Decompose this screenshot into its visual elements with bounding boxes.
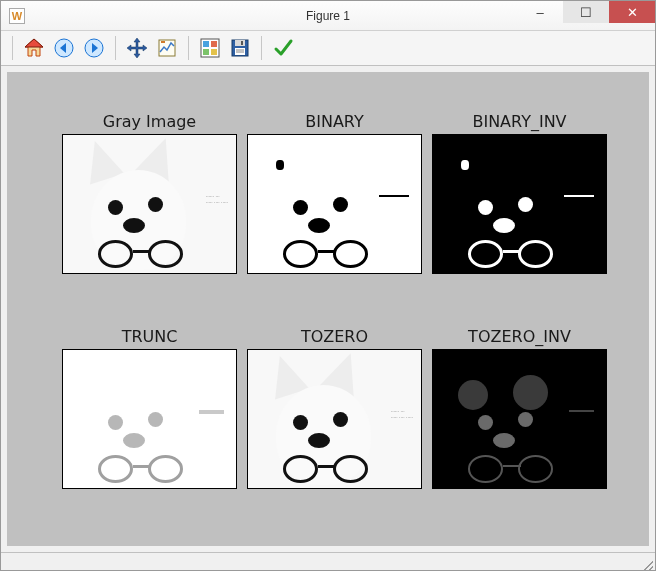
checkmark-icon xyxy=(272,37,294,59)
toolbar-divider xyxy=(188,36,189,60)
subplot: BINARY_INV xyxy=(432,112,607,274)
toolbar-divider xyxy=(115,36,116,60)
svg-rect-11 xyxy=(211,41,217,47)
svg-rect-10 xyxy=(203,41,209,47)
home-button[interactable] xyxy=(20,34,48,62)
resize-grip-icon[interactable] xyxy=(641,558,653,570)
subplots-icon xyxy=(199,37,221,59)
subplot: BINARY xyxy=(247,112,422,274)
svg-rect-16 xyxy=(241,41,243,45)
save-button[interactable] xyxy=(226,34,254,62)
subplot-image xyxy=(432,349,607,489)
home-icon xyxy=(23,37,45,59)
toolbar xyxy=(1,31,655,66)
pan-button[interactable] xyxy=(123,34,151,62)
zoom-button[interactable] xyxy=(153,34,181,62)
window-controls: – ☐ ✕ xyxy=(517,1,655,23)
maximize-button[interactable]: ☐ xyxy=(563,1,609,23)
configure-subplots-button[interactable] xyxy=(196,34,224,62)
subplot: TOZERO ······ ········ ···· ····· xyxy=(247,327,422,489)
svg-rect-13 xyxy=(211,49,217,55)
status-bar xyxy=(1,552,655,571)
figure-background: Gray Image ······ ········ ···· ····· BI… xyxy=(7,72,649,546)
close-button[interactable]: ✕ xyxy=(609,1,655,23)
save-icon xyxy=(229,37,251,59)
forward-icon xyxy=(83,37,105,59)
back-icon xyxy=(53,37,75,59)
edit-button[interactable] xyxy=(269,34,297,62)
title-bar: W Figure 1 – ☐ ✕ xyxy=(1,1,655,31)
svg-rect-15 xyxy=(235,40,245,46)
svg-marker-1 xyxy=(25,39,43,47)
toolbar-divider xyxy=(12,36,13,60)
subplot-title: TOZERO xyxy=(247,327,422,346)
svg-rect-12 xyxy=(203,49,209,55)
subplot-image: ······ ········ ···· ····· xyxy=(247,349,422,489)
back-button[interactable] xyxy=(50,34,78,62)
subplot-image xyxy=(62,349,237,489)
subplot-image: ······ ········ ···· ····· xyxy=(62,134,237,274)
app-icon: W xyxy=(9,8,25,24)
subplot: Gray Image ······ ········ ···· ····· xyxy=(62,112,237,274)
subplot-image xyxy=(432,134,607,274)
subplot: TRUNC xyxy=(62,327,237,489)
subplot-title: TRUNC xyxy=(62,327,237,346)
minimize-button[interactable]: – xyxy=(517,1,563,23)
forward-button[interactable] xyxy=(80,34,108,62)
toolbar-divider xyxy=(261,36,262,60)
figure-canvas[interactable]: Gray Image ······ ········ ···· ····· BI… xyxy=(1,66,655,552)
zoom-icon xyxy=(156,37,178,59)
svg-marker-6 xyxy=(127,38,147,58)
subplot-title: BINARY_INV xyxy=(432,112,607,131)
subplot-image xyxy=(247,134,422,274)
subplot-title: Gray Image xyxy=(62,112,237,131)
subplot-title: BINARY xyxy=(247,112,422,131)
pan-icon xyxy=(126,37,148,59)
subplot-title: TOZERO_INV xyxy=(432,327,607,346)
subplot: TOZERO_INV xyxy=(432,327,607,489)
